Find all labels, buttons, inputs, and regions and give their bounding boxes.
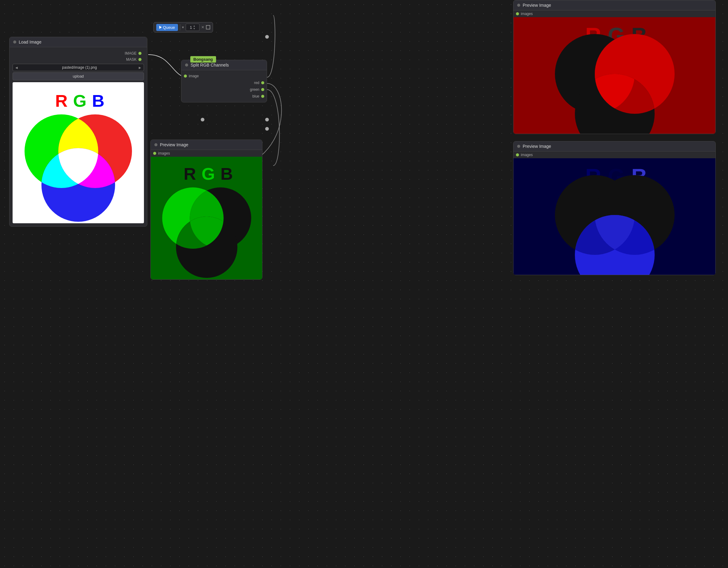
images-in-dot [153, 152, 156, 155]
preview-green-title: Preview Image [160, 142, 188, 147]
node-status-dot [517, 145, 520, 148]
next-image-arrow[interactable]: ▶ [139, 66, 141, 69]
node-status-dot [154, 143, 157, 146]
node-status-dot [13, 41, 16, 44]
mask-port-dot [138, 58, 141, 61]
preview-green-node: Preview Image images [150, 140, 262, 280]
preview-green-header: Preview Image [151, 140, 262, 150]
preview-red-title: Preview Image [523, 3, 551, 8]
preview-blue-header: Preview Image [513, 141, 715, 152]
load-image-node: Load Image IMAGE MASK ◀ pasted/image (1)… [9, 37, 147, 227]
images-input-port: images [513, 10, 715, 17]
load-image-title: Load Image [19, 40, 41, 44]
load-image-body: IMAGE MASK ◀ pasted/image (1).png ▶ uplo… [10, 47, 147, 226]
queue-square-button[interactable] [206, 25, 210, 29]
queue-button[interactable]: Queue [156, 24, 178, 31]
red-port-dot [261, 81, 264, 84]
red-output-port: red [181, 79, 267, 86]
red-channel-canvas [513, 17, 715, 134]
upload-button[interactable]: upload [13, 72, 144, 80]
svg-point-1 [265, 35, 269, 39]
queue-toolbar[interactable]: Queue ▾ 1 ▲ ▼ × [153, 22, 213, 33]
rgb-canvas [21, 84, 135, 222]
split-rgb-title: Split RGB Channels [191, 63, 229, 68]
preview-blue-node: Preview Image images [513, 141, 716, 275]
images-input-port: images [151, 150, 262, 157]
prev-image-arrow[interactable]: ◀ [15, 66, 18, 69]
preview-red-header: Preview Image [513, 0, 715, 10]
green-channel-canvas [151, 157, 262, 280]
mask-output-port: MASK [13, 56, 144, 63]
image-port-dot [138, 52, 141, 55]
queue-label: Queue [163, 25, 175, 30]
blue-channel-canvas [513, 158, 715, 275]
blue-output-port: blue [181, 93, 267, 100]
node-status-dot [517, 4, 520, 7]
queue-number-input[interactable]: 1 ▲ ▼ [186, 24, 199, 31]
image-thumbnail [13, 82, 144, 223]
preview-blue-title: Preview Image [523, 144, 551, 149]
bongsang-label: Bongsang [190, 56, 216, 63]
svg-point-3 [265, 127, 269, 131]
node-status-dot [185, 64, 188, 67]
images-in-dot [516, 12, 519, 15]
svg-point-2 [265, 118, 269, 122]
preview-green-body: images [151, 150, 262, 280]
split-rgb-body: image red green blue [181, 70, 267, 102]
images-in-dot [516, 153, 519, 157]
blue-port-dot [261, 95, 264, 98]
queue-dropdown-arrow[interactable]: ▾ [182, 25, 184, 29]
green-port-dot [261, 88, 264, 91]
preview-red-body: images [513, 10, 715, 134]
split-rgb-node: Split RGB Channels image red green blue [181, 60, 267, 102]
svg-point-4 [201, 118, 204, 122]
image-input-port: image [181, 73, 267, 79]
image-in-dot [184, 75, 187, 78]
image-filename: pasted/image (1).png [20, 65, 139, 70]
preview-red-node: Preview Image images [513, 0, 716, 134]
image-selector[interactable]: ◀ pasted/image (1).png ▶ [13, 64, 144, 71]
play-icon [159, 26, 162, 29]
load-image-header: Load Image [10, 37, 147, 47]
red-preview-container [513, 17, 715, 134]
image-output-port: IMAGE [13, 50, 144, 56]
green-output-port: green [181, 86, 267, 93]
queue-close-button[interactable]: × [201, 25, 204, 30]
preview-blue-body: images [513, 152, 715, 275]
images-input-port: images [513, 152, 715, 158]
blue-preview-container [513, 158, 715, 275]
green-preview-container [151, 157, 262, 280]
